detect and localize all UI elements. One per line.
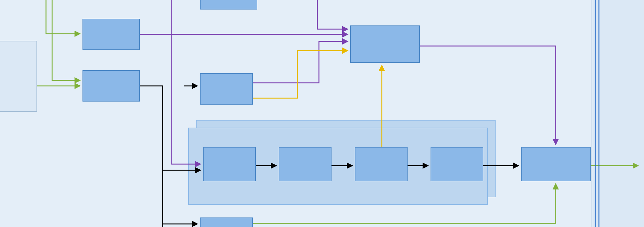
panel-panel_right xyxy=(592,0,644,227)
panel-panel_left xyxy=(0,41,37,112)
flow-diagram xyxy=(0,0,644,227)
node-n_a xyxy=(83,19,140,50)
node-p4 xyxy=(431,147,483,181)
node-n_hub xyxy=(351,26,420,63)
node-n_c xyxy=(200,74,252,104)
edge-black xyxy=(140,86,163,227)
node-n_top xyxy=(200,0,257,9)
node-p3 xyxy=(355,147,407,181)
node-n_bottom xyxy=(200,218,252,227)
edge-yellow xyxy=(252,51,347,98)
node-p2 xyxy=(279,147,331,181)
edge-green xyxy=(52,0,80,80)
node-p1 xyxy=(203,147,255,181)
edge-green xyxy=(46,0,80,34)
node-n_b xyxy=(83,71,140,101)
node-n_out xyxy=(521,147,590,181)
edge-purple xyxy=(252,41,347,83)
edge-purple xyxy=(317,0,347,29)
